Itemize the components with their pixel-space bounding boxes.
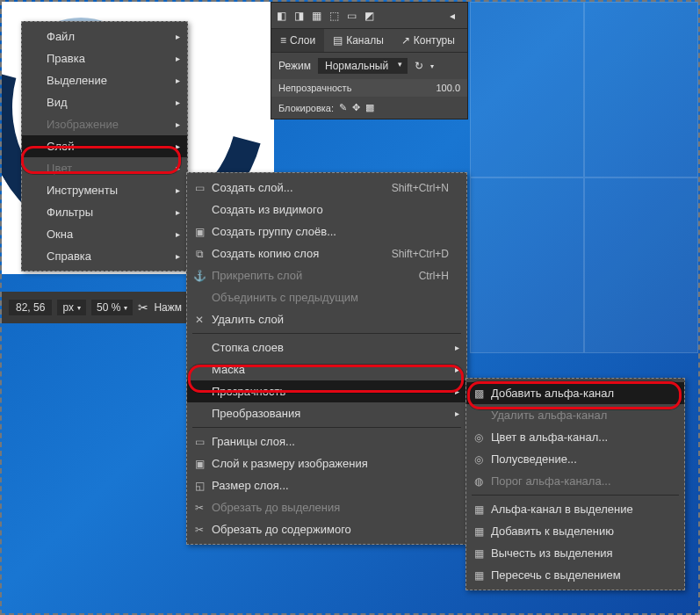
menu-item-icon: ▦ bbox=[472, 569, 486, 582]
menu-item[interactable]: ▣Создать группу слоёв... bbox=[187, 221, 466, 242]
menu-item-label: Правка bbox=[47, 52, 85, 65]
menu-item-icon: ✂ bbox=[192, 502, 206, 514]
menu-item[interactable]: Маска bbox=[187, 358, 466, 380]
menu-item-label: Удалить альфа-канал bbox=[491, 409, 607, 422]
menu-item-label: Создать копию слоя bbox=[212, 247, 319, 260]
menu-item-label: Обрезать до выделения bbox=[212, 501, 340, 514]
menu-item[interactable]: ▣Слой к размеру изображения bbox=[187, 452, 466, 474]
menu-item[interactable]: ▦Вычесть из выделения bbox=[466, 542, 684, 564]
menu-item-icon: ✂ bbox=[192, 524, 206, 536]
menu-item-icon: ▭ bbox=[192, 436, 206, 448]
menu-item-label: Слой к размеру изображения bbox=[212, 457, 368, 470]
tool-icon[interactable]: ▭ bbox=[347, 10, 359, 22]
menu-item-icon: ◎ bbox=[472, 431, 486, 444]
menu-item[interactable]: ◎Цвет в альфа-канал... bbox=[466, 426, 684, 448]
menu-item[interactable]: ◎Полусведение... bbox=[466, 448, 684, 470]
menu-item[interactable]: Фильтры bbox=[22, 201, 187, 223]
menu-item[interactable]: Инструменты bbox=[22, 179, 187, 201]
menu-item[interactable]: ▦Альфа-канал в выделение bbox=[466, 498, 684, 520]
mode-label: Режим bbox=[278, 60, 311, 72]
reset-icon[interactable]: ↻ bbox=[415, 60, 423, 72]
menu-separator bbox=[192, 427, 461, 428]
tool-icon[interactable]: ◨ bbox=[294, 10, 307, 22]
panel-toolbar: ◧ ◨ ▦ ⬚ ▭ ◩ ◂ bbox=[271, 3, 467, 29]
layer-submenu: ▭Создать слой...Shift+Ctrl+NСоздать из в… bbox=[186, 172, 467, 545]
menu-item[interactable]: Цвет bbox=[22, 157, 187, 179]
lock-alpha-icon[interactable]: ▩ bbox=[365, 102, 374, 113]
menu-item: ⚓Прикрепить слойCtrl+H bbox=[187, 264, 466, 286]
menu-item-icon: ◎ bbox=[472, 453, 486, 466]
menu-item: Объединить с предыдущим bbox=[187, 286, 466, 308]
opacity-value[interactable]: 100.0 bbox=[436, 83, 460, 93]
menu-item[interactable]: ⧉Создать копию слояShift+Ctrl+D bbox=[187, 242, 466, 264]
menu-item[interactable]: Преобразования bbox=[187, 402, 466, 424]
menu-item-label: Фильтры bbox=[47, 206, 93, 219]
menu-item-icon: ▭ bbox=[192, 182, 206, 194]
menu-shortcut: Shift+Ctrl+D bbox=[392, 248, 449, 260]
unit-dropdown[interactable]: px▾ bbox=[57, 300, 86, 315]
menu-item[interactable]: ▦Добавить к выделению bbox=[466, 520, 684, 542]
menu-item-icon: ✕ bbox=[192, 314, 206, 326]
tool-icon[interactable]: ◧ bbox=[277, 10, 289, 22]
tool-icon[interactable]: ▦ bbox=[312, 10, 324, 22]
menu-item-icon: ▩ bbox=[472, 387, 486, 400]
menu-item-icon: ▦ bbox=[472, 503, 486, 516]
chevron-down-icon[interactable]: ▾ bbox=[430, 62, 434, 70]
menu-item[interactable]: Прозрачность bbox=[187, 380, 466, 402]
scissors-icon: ✂ bbox=[138, 300, 148, 315]
menu-item-icon: ▦ bbox=[472, 525, 486, 538]
menu-item[interactable]: Слой bbox=[22, 135, 187, 157]
menu-item[interactable]: Изображение bbox=[22, 113, 187, 135]
menu-item[interactable]: ▦Пересечь с выделением bbox=[466, 564, 684, 586]
menu-item: ✂Обрезать до выделения bbox=[187, 496, 466, 518]
menu-item[interactable]: Вид bbox=[22, 91, 187, 113]
zoom-dropdown[interactable]: 50 %▾ bbox=[91, 300, 133, 315]
menu-item-label: Изображение bbox=[47, 118, 119, 131]
lock-pixel-icon[interactable]: ✎ bbox=[339, 102, 347, 113]
tool-icon[interactable]: ◩ bbox=[364, 10, 377, 22]
menu-item-label: Альфа-канал в выделение bbox=[491, 503, 633, 516]
menu-item-icon: ◍ bbox=[472, 475, 486, 488]
tab-channels[interactable]: ▤Каналы bbox=[324, 29, 393, 52]
main-menu: ФайлПравкаВыделениеВидИзображениеСлойЦве… bbox=[21, 21, 188, 271]
menu-item-icon: ▣ bbox=[192, 458, 206, 470]
channels-icon: ▤ bbox=[333, 34, 343, 47]
menu-item[interactable]: Выделение bbox=[22, 69, 187, 91]
cursor-coords: 82, 56 bbox=[9, 300, 52, 315]
menu-item[interactable]: Правка bbox=[22, 47, 187, 69]
menu-item[interactable]: ✂Обрезать до содержимого bbox=[187, 518, 466, 540]
menu-item-icon: ⧉ bbox=[192, 248, 206, 260]
menu-item-label: Инструменты bbox=[47, 184, 118, 197]
menu-shortcut: Shift+Ctrl+N bbox=[392, 182, 449, 194]
menu-item-label: Добавить к выделению bbox=[491, 525, 614, 538]
menu-item-label: Добавить альфа-канал bbox=[491, 387, 614, 400]
menu-item-icon: ▣ bbox=[192, 226, 206, 238]
tab-paths[interactable]: ↗Контуры bbox=[393, 29, 464, 52]
menu-item-label: Стопка слоев bbox=[212, 341, 284, 354]
menu-item-label: Удалить слой bbox=[212, 313, 284, 326]
menu-item[interactable]: Создать из видимого bbox=[187, 199, 466, 221]
tab-layers[interactable]: ≡Слои bbox=[271, 29, 324, 52]
menu-item[interactable]: Стопка слоев bbox=[187, 336, 466, 358]
menu-item[interactable]: ✕Удалить слой bbox=[187, 308, 466, 330]
menu-item-label: Размер слоя... bbox=[212, 479, 289, 492]
menu-item-label: Справка bbox=[47, 250, 91, 263]
menu-item-icon: ◱ bbox=[192, 480, 206, 492]
menu-separator bbox=[192, 333, 461, 334]
menu-item[interactable]: Справка bbox=[22, 245, 187, 267]
layers-icon: ≡ bbox=[280, 34, 286, 47]
menu-item-label: Объединить с предыдущим bbox=[212, 291, 358, 304]
menu-item-label: Вид bbox=[47, 96, 68, 109]
menu-item[interactable]: Файл bbox=[22, 25, 187, 47]
blend-mode-select[interactable]: Нормальный bbox=[318, 58, 408, 74]
lock-position-icon[interactable]: ✥ bbox=[352, 102, 360, 113]
menu-item[interactable]: ▭Границы слоя... bbox=[187, 430, 466, 452]
tool-icon[interactable]: ⬚ bbox=[329, 10, 342, 22]
menu-item[interactable]: ▩Добавить альфа-канал bbox=[466, 382, 684, 404]
menu-item[interactable]: ▭Создать слой...Shift+Ctrl+N bbox=[187, 177, 466, 199]
menu-item[interactable]: Окна bbox=[22, 223, 187, 245]
layers-panel: ◧ ◨ ▦ ⬚ ▭ ◩ ◂ ≡Слои ▤Каналы ↗Контуры Реж… bbox=[271, 2, 468, 119]
panel-menu-icon[interactable]: ◂ bbox=[450, 10, 462, 22]
menu-item-label: Создать из видимого bbox=[212, 203, 323, 216]
menu-item[interactable]: ◱Размер слоя... bbox=[187, 474, 466, 496]
